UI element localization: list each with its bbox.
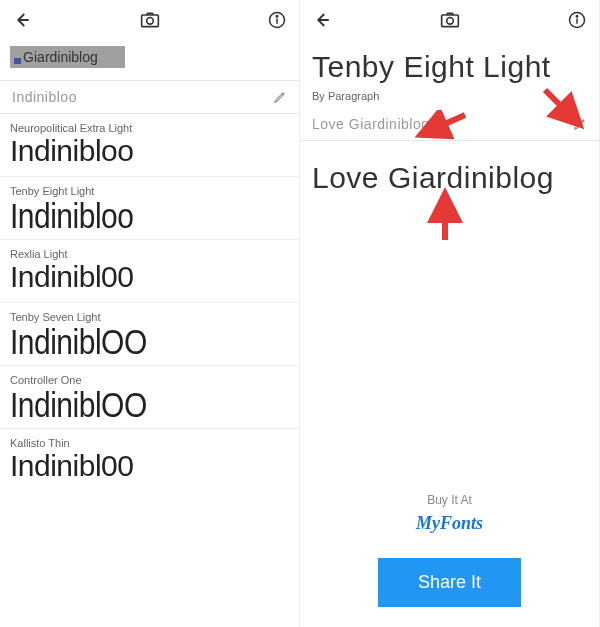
font-sample: IndiniblOO (10, 388, 289, 423)
font-item[interactable]: Neuropolitical Extra Light Indinibloo (0, 114, 299, 177)
font-item[interactable]: Tenby Seven Light IndiniblOO (0, 303, 299, 366)
vendor-link[interactable]: MyFonts (300, 513, 599, 534)
svg-point-4 (276, 16, 278, 18)
buy-label: Buy It At (300, 493, 599, 507)
font-name-label: Tenby Eight Light (10, 185, 289, 197)
font-name-label: Neuropolitical Extra Light (10, 122, 289, 134)
back-icon[interactable] (12, 10, 32, 30)
font-preview: Love Giardiniblog (300, 141, 599, 215)
sample-input[interactable]: Love Giardiniblog (312, 116, 573, 132)
font-sample: IndiniblOO (10, 325, 289, 360)
font-name-label: Controller One (10, 374, 289, 386)
font-name-label: Tenby Seven Light (10, 311, 289, 323)
logo-badge: ▄ Giardiniblog (10, 46, 125, 68)
font-item[interactable]: Rexlia Light Indinibl00 (0, 240, 299, 303)
camera-icon[interactable] (440, 10, 460, 30)
share-button[interactable]: Share It (378, 558, 521, 607)
font-name-label: Rexlia Light (10, 248, 289, 260)
font-sample: Indinibl00 (10, 262, 289, 292)
edit-icon[interactable] (273, 90, 287, 104)
font-title: Tenby Eight Light (300, 40, 599, 90)
right-pane: Tenby Eight Light By Paragraph Love Giar… (300, 0, 600, 627)
sample-input[interactable]: Indinibloo (12, 89, 273, 105)
logo-text: Giardiniblog (23, 49, 98, 65)
font-sample: Indinibl00 (10, 451, 289, 481)
svg-point-6 (446, 18, 453, 25)
font-author: By Paragraph (300, 90, 599, 108)
sample-input-row: Indinibloo (0, 80, 299, 114)
font-name-label: Kallisto Thin (10, 437, 289, 449)
info-icon[interactable] (567, 10, 587, 30)
font-item[interactable]: Kallisto Thin Indinibl00 (0, 429, 299, 491)
font-item[interactable]: Tenby Eight Light Indinibloo (0, 177, 299, 240)
header-right (300, 0, 599, 40)
font-sample: Indinibloo (10, 136, 289, 166)
svg-point-1 (146, 18, 153, 25)
edit-icon[interactable] (573, 117, 587, 131)
left-pane: ▄ Giardiniblog Indinibloo Neuropolitical… (0, 0, 300, 627)
back-icon[interactable] (312, 10, 332, 30)
font-item[interactable]: Controller One IndiniblOO (0, 366, 299, 429)
logo-mark: ▄ (14, 52, 21, 63)
buy-area: Buy It At MyFonts Share It (300, 493, 599, 627)
svg-point-9 (576, 16, 578, 18)
font-sample: Indinibloo (10, 199, 289, 234)
camera-icon[interactable] (140, 10, 160, 30)
sample-input-row: Love Giardiniblog (300, 108, 599, 141)
header-left (0, 0, 299, 40)
info-icon[interactable] (267, 10, 287, 30)
